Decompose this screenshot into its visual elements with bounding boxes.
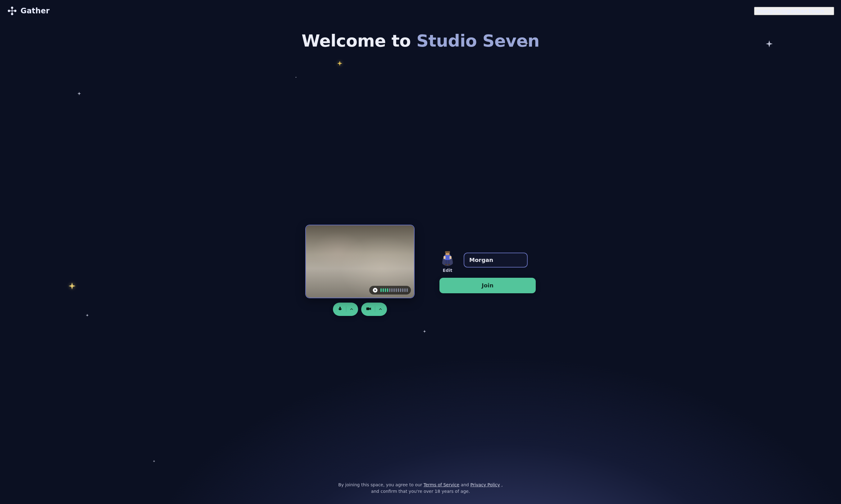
svg-rect-14: [446, 260, 447, 264]
svg-rect-12: [443, 256, 445, 259]
play-icon: [372, 287, 378, 293]
chevron-up-icon: [349, 307, 354, 311]
display-name-input[interactable]: [464, 253, 528, 268]
svg-rect-17: [448, 264, 450, 265]
av-controls: [333, 303, 387, 316]
mic-icon: [337, 306, 343, 312]
avatar-sprite-icon: [442, 251, 453, 266]
mic-toggle-button[interactable]: [333, 303, 358, 316]
video-column: [305, 225, 415, 316]
legal-pre: By joining this space, you agree to our: [338, 482, 424, 487]
brand-name: Gather: [20, 6, 50, 15]
gather-logo-icon: [7, 5, 17, 16]
account-menu[interactable]: morgan@gather.town: [754, 7, 834, 15]
chevron-down-icon: [827, 8, 832, 13]
join-button[interactable]: Join: [439, 278, 536, 293]
camera-toggle-button[interactable]: [361, 303, 387, 316]
svg-rect-7: [366, 307, 370, 310]
svg-rect-16: [445, 264, 447, 265]
form-column: Edit Join: [439, 247, 536, 293]
svg-rect-13: [449, 256, 451, 259]
page: Welcome to Studio Seven: [0, 16, 841, 502]
tos-link[interactable]: Terms of Service: [424, 482, 459, 487]
title-prefix: Welcome to: [301, 31, 417, 51]
audio-meter-bars: [381, 288, 408, 292]
avatar-wrap: Edit: [439, 247, 456, 273]
content: Edit Join: [0, 59, 841, 482]
audio-meter: [369, 286, 411, 294]
topbar: Gather morgan@gather.town: [0, 0, 841, 16]
svg-rect-15: [448, 260, 450, 264]
privacy-link[interactable]: Privacy Policy: [470, 482, 500, 487]
page-title: Welcome to Studio Seven: [0, 31, 841, 51]
svg-marker-8: [370, 307, 371, 310]
camera-preview: [305, 225, 415, 298]
space-name: Studio Seven: [417, 31, 540, 51]
avatar-edit-link[interactable]: Edit: [442, 268, 452, 273]
legal-text: By joining this space, you agree to our …: [334, 482, 507, 502]
svg-rect-10: [445, 251, 450, 253]
legal-mid: and: [461, 482, 471, 487]
divider: [346, 306, 346, 312]
avatar-preview: [439, 247, 456, 266]
avatar-row: Edit: [439, 247, 528, 273]
brand-logo: Gather: [7, 5, 50, 16]
chevron-up-icon: [378, 307, 383, 311]
divider: [375, 306, 375, 312]
account-email: morgan@gather.town: [756, 8, 824, 14]
camera-icon: [366, 306, 372, 313]
